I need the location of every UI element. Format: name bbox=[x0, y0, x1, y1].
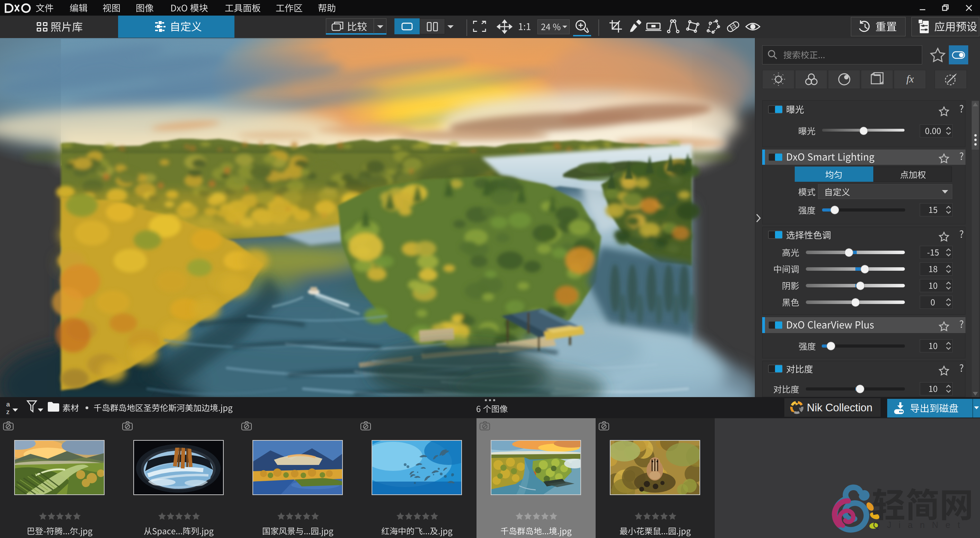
svg-text:z: z bbox=[6, 408, 10, 416]
svg-text:fx: fx bbox=[906, 73, 914, 84]
svg-text:a: a bbox=[6, 401, 10, 408]
